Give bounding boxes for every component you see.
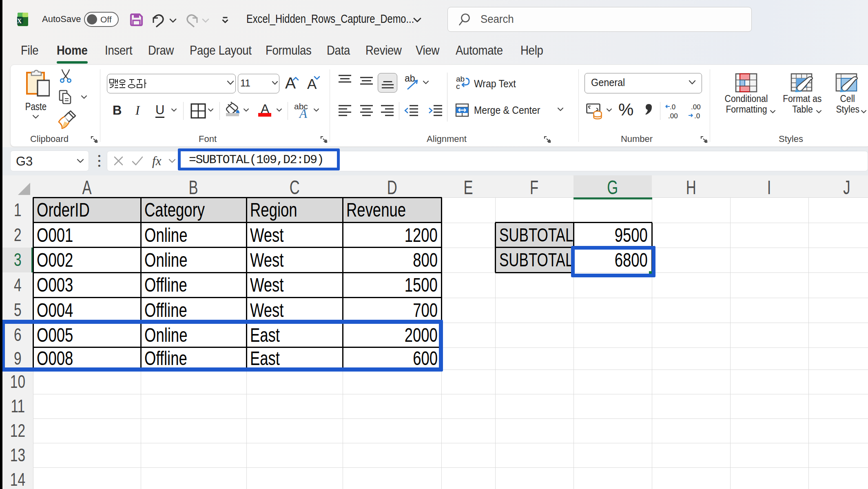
svg-text:c: c [456,82,460,91]
svg-text:X: X [17,18,22,24]
svg-text:.00: .00 [691,103,701,111]
svg-text:.0: .0 [670,103,675,111]
svg-text:.00: .00 [668,112,678,120]
svg-text:ab: ab [405,75,415,84]
svg-text:.0: .0 [694,112,700,120]
